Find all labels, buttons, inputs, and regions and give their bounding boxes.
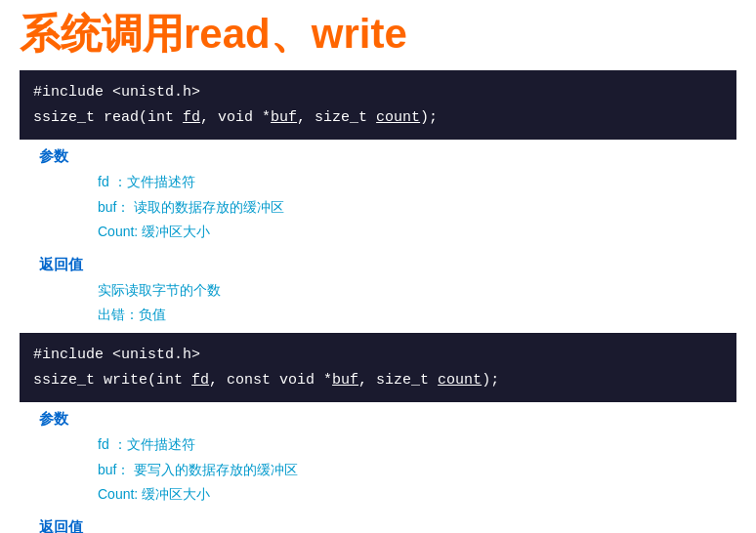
read-params-list: fd ：文件描述符 buf： 读取的数据存放的缓冲区 Count: 缓冲区大小 (39, 170, 736, 244)
read-return-list: 实际读取字节的个数 出错：负值 (39, 278, 736, 327)
page-title: 系统调用read、write (20, 10, 736, 59)
write-return-label: 返回值 (39, 518, 736, 533)
read-include-line: #include <unistd.h> (33, 80, 723, 105)
read-return-label: 返回值 (39, 256, 736, 274)
write-signature-line: ssize_t write(int fd, const void *buf, s… (33, 368, 723, 393)
write-sig-prefix: ssize_t write(int (33, 372, 191, 389)
write-sig-close: ); (482, 372, 499, 389)
write-params-section: 参数 fd ：文件描述符 buf： 要写入的数据存放的缓冲区 Count: 缓冲… (20, 402, 736, 514)
read-sig-fd: fd (183, 109, 200, 126)
read-param-buf: buf： 读取的数据存放的缓冲区 (98, 195, 736, 220)
write-sig-end: , size_t (358, 372, 438, 389)
read-sig-count: count (376, 109, 420, 126)
write-param-fd: fd ：文件描述符 (98, 432, 736, 457)
read-code-block: #include <unistd.h> ssize_t read(int fd,… (20, 70, 736, 140)
page: 系统调用read、write #include <unistd.h> ssize… (0, 0, 756, 533)
write-param-buf: buf： 要写入的数据存放的缓冲区 (98, 458, 736, 482)
read-sig-mid: , void * (200, 109, 271, 126)
read-return-success: 实际读取字节的个数 (98, 278, 736, 303)
read-sig-prefix: ssize_t read(int (33, 109, 183, 126)
write-sig-buf: buf (332, 372, 358, 389)
write-params-label: 参数 (39, 410, 736, 429)
read-sig-buf: buf (271, 109, 297, 126)
write-include-line: #include <unistd.h> (33, 343, 723, 368)
write-sig-count: count (438, 372, 482, 389)
write-sig-mid: , const void * (209, 372, 332, 389)
read-return-section: 返回值 实际读取字节的个数 出错：负值 (20, 252, 736, 333)
read-sig-close: ); (420, 109, 438, 126)
write-code-block: #include <unistd.h> ssize_t write(int fd… (20, 333, 736, 402)
write-params-list: fd ：文件描述符 buf： 要写入的数据存放的缓冲区 Count: 缓冲区大小 (39, 432, 736, 507)
read-params-section: 参数 fd ：文件描述符 buf： 读取的数据存放的缓冲区 Count: 缓冲区… (20, 140, 736, 252)
read-param-count: Count: 缓冲区大小 (98, 220, 736, 244)
write-return-section: 返回值 实际写入字节的个数 出错：负值 公众号：一口Linux https://… (20, 514, 736, 533)
read-sig-end: , size_t (297, 109, 376, 126)
read-param-fd: fd ：文件描述符 (98, 170, 736, 194)
read-return-error: 出错：负值 (98, 303, 736, 327)
write-param-count: Count: 缓冲区大小 (98, 482, 736, 507)
read-params-label: 参数 (39, 147, 736, 166)
write-sig-fd: fd (191, 372, 209, 389)
read-signature-line: ssize_t read(int fd, void *buf, size_t c… (33, 105, 723, 131)
